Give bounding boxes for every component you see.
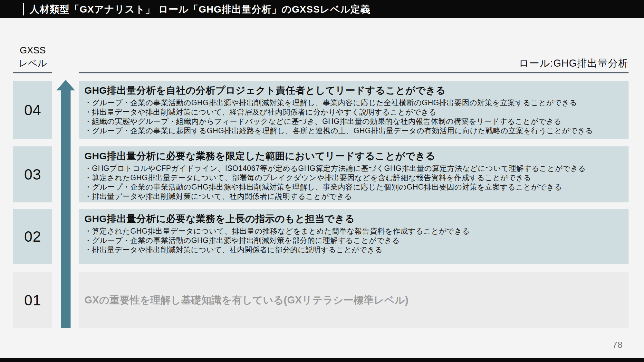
level-number-box: 04 bbox=[13, 81, 52, 139]
level-heading: GHG排出量分析に必要な業務を限定した範囲においてリードすることができる bbox=[84, 150, 623, 162]
page-title: 人材類型「GXアナリスト」 ロール「GHG排出量分析」のGXSSレベル定義 bbox=[23, 3, 370, 15]
level-heading: GHG排出量分析を自社の分析プロジェクト責任者としてリードすることができる bbox=[84, 84, 623, 97]
level-content-box: GXの重要性を理解し基礎知識を有している(GXリテラシー標準レベル) bbox=[79, 272, 629, 328]
bullet-line: ・グループ・企業の事業活動のGHG排出源や排出削減対策を理解し、事業内容に応じた… bbox=[84, 182, 623, 192]
bullet-line: ・算定されたGHG排出量データについて、部署毎のブレイクダウンや排出要因などを含… bbox=[84, 173, 623, 182]
level-row: 03 GHG排出量分析に必要な業務を限定した範囲においてリードすることができる … bbox=[13, 146, 629, 202]
level-number: 01 bbox=[24, 292, 41, 309]
bullet-line: ・GHGプロトコルやCFPガイドライン、ISO14067等が定めるGHG算定方法… bbox=[84, 164, 623, 173]
level-content-box: GHG排出量分析を自社の分析プロジェクト責任者としてリードすることができる ・グ… bbox=[79, 81, 629, 139]
role-label: ロール:GHG排出量分析 bbox=[519, 57, 629, 70]
level-bullets: ・GHGプロトコルやCFPガイドライン、ISO14067等が定めるGHG算定方法… bbox=[84, 164, 623, 201]
gxss-label-line1: GXSS bbox=[13, 44, 52, 57]
level-row: 04 GHG排出量分析を自社の分析プロジェクト責任者としてリードすることができる… bbox=[13, 81, 629, 139]
bullet-line: ・組織の実態やグループ・組織内からフィードバックなどに基づき、GHG排出量の効果… bbox=[84, 117, 623, 126]
bullet-line: ・排出量データや排出削減対策について、経営層及び社内関係者に分かりやすく説明する… bbox=[84, 107, 623, 117]
level-content-box: GHG排出量分析に必要な業務を限定した範囲においてリードすることができる ・GH… bbox=[79, 146, 629, 202]
gxss-level-axis-label: GXSS レベル bbox=[13, 44, 52, 70]
level-heading: GXの重要性を理解し基礎知識を有している(GXリテラシー標準レベル) bbox=[84, 294, 409, 307]
footer-bar bbox=[0, 358, 644, 362]
level-bullets: ・グループ・企業の事業活動のGHG排出源や排出削減対策を理解し、事業内容に応じた… bbox=[84, 98, 623, 135]
level-content-box: GHG排出量分析に必要な業務を上長の指示のもと担当できる ・算定されたGHG排出… bbox=[79, 209, 629, 264]
bullet-line: ・グループ・企業の事業に起因するGHG排出経路を理解し、各所と連携の上、GHG排… bbox=[84, 126, 623, 135]
bullet-line: ・排出量データや排出削減対策について、社内関係者に部分的に説明することができる bbox=[84, 245, 623, 255]
level-number: 02 bbox=[24, 228, 41, 245]
bullet-line: ・グループ・企業の事業活動のGHG排出源や排出削減対策を部分的に理解することがで… bbox=[84, 236, 623, 245]
bullet-line: ・算定されたGHG排出量データについて、排出量の推移などをまとめた簡単な報告資料… bbox=[84, 227, 623, 236]
gxss-label-underline bbox=[13, 72, 52, 73]
level-heading: GHG排出量分析に必要な業務を上長の指示のもと担当できる bbox=[84, 212, 623, 225]
level-row: 01 GXの重要性を理解し基礎知識を有している(GXリテラシー標準レベル) bbox=[13, 272, 629, 328]
gxss-label-line2: レベル bbox=[13, 57, 52, 70]
level-number: 03 bbox=[24, 166, 41, 183]
bullet-line: ・排出量データや排出削減対策について、社内関係者に説明することができる bbox=[84, 192, 623, 201]
level-number-box: 02 bbox=[13, 209, 52, 264]
level-number-box: 03 bbox=[13, 146, 52, 202]
level-number-box: 01 bbox=[13, 272, 52, 328]
level-row: 02 GHG排出量分析に必要な業務を上長の指示のもと担当できる ・算定されたGH… bbox=[13, 209, 629, 264]
level-bullets: ・算定されたGHG排出量データについて、排出量の推移などをまとめた簡単な報告資料… bbox=[84, 227, 623, 255]
role-divider-line bbox=[79, 72, 629, 73]
level-number: 04 bbox=[24, 101, 41, 119]
header-bar: 人材類型「GXアナリスト」 ロール「GHG排出量分析」のGXSSレベル定義 bbox=[0, 0, 644, 18]
bullet-line: ・グループ・企業の事業活動のGHG排出源や排出削減対策を理解し、事業内容に応じた… bbox=[84, 98, 623, 107]
page-number: 78 bbox=[612, 340, 622, 350]
